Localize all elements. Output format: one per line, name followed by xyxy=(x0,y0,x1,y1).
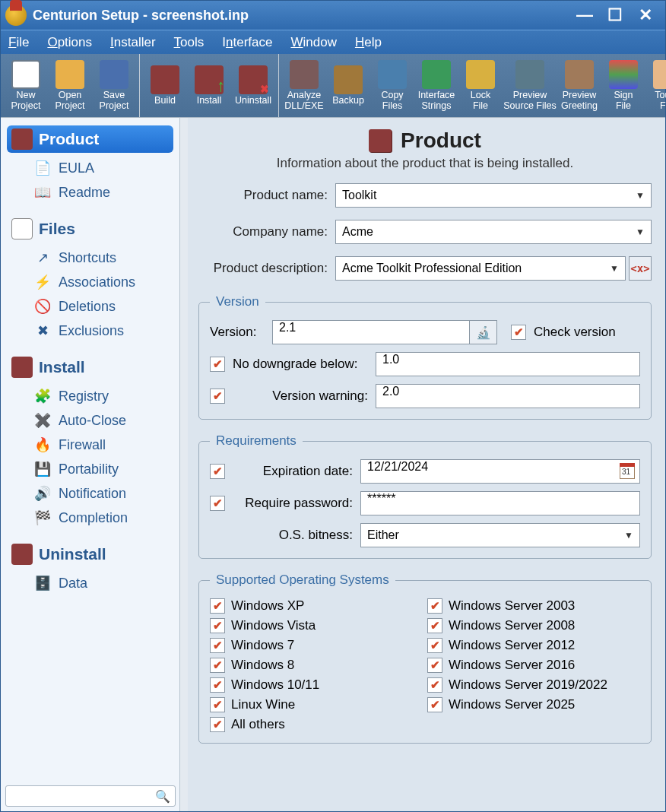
backup-button[interactable]: Backup xyxy=(326,54,370,117)
version-input[interactable]: 2.1 xyxy=(272,320,470,344)
sidebar-item-shortcuts[interactable]: ↗Shortcuts xyxy=(7,246,173,270)
sidebar-section-product[interactable]: Product xyxy=(7,125,173,153)
os-all-others[interactable]: All others xyxy=(210,717,423,732)
notification-icon: 🔊 xyxy=(34,485,51,502)
os-server-2025[interactable]: Windows Server 2025 xyxy=(427,697,640,712)
sidebar-item-eula[interactable]: 📄EULA xyxy=(7,156,173,180)
maximize-button[interactable]: ☐ xyxy=(600,5,630,26)
lock-file-button[interactable]: Lock File xyxy=(458,54,503,117)
open-project-button[interactable]: Open Project xyxy=(48,54,92,117)
os-s2025-checkbox[interactable] xyxy=(427,697,442,712)
menu-help[interactable]: Help xyxy=(355,35,382,50)
os-w8-checkbox[interactable] xyxy=(210,658,225,673)
sidebar-item-exclusions[interactable]: ✖Exclusions xyxy=(7,319,173,343)
close-button[interactable]: ✕ xyxy=(630,5,661,26)
new-project-button[interactable]: New Project xyxy=(4,54,48,117)
minimize-button[interactable]: — xyxy=(569,5,600,26)
version-warning-checkbox[interactable] xyxy=(210,389,225,404)
sidebar-section-uninstall[interactable]: Uninstall xyxy=(7,541,173,568)
portability-icon: 💾 xyxy=(34,461,51,477)
os-w7-checkbox[interactable] xyxy=(210,638,225,653)
menu-bar: File Options Installer Tools Interface W… xyxy=(1,30,665,54)
install-button[interactable]: Install xyxy=(187,54,231,117)
password-label: Require password: xyxy=(233,496,353,511)
menu-file[interactable]: File xyxy=(8,35,29,50)
description-vars-button[interactable]: <x> xyxy=(629,256,652,281)
expiration-checkbox[interactable] xyxy=(210,464,225,479)
sidebar-item-firewall[interactable]: 🔥Firewall xyxy=(7,433,173,457)
product-description-select[interactable]: Acme Toolkit Professional Edition xyxy=(335,256,626,281)
os-server-2003[interactable]: Windows Server 2003 xyxy=(427,598,640,614)
os-windows-7[interactable]: Windows 7 xyxy=(210,638,423,653)
os-s2016-checkbox[interactable] xyxy=(427,658,442,673)
os-windows-8[interactable]: Windows 8 xyxy=(210,658,423,673)
sidebar-item-autoclose[interactable]: ✖️Auto-Close xyxy=(7,408,173,433)
scroll-track[interactable] xyxy=(180,118,188,811)
sign-file-button[interactable]: Sign File xyxy=(601,54,645,117)
preview-greeting-button[interactable]: Preview Greeting xyxy=(557,54,601,117)
menu-options[interactable]: Options xyxy=(47,35,92,50)
no-downgrade-input[interactable]: 1.0 xyxy=(376,352,640,376)
uninstall-button[interactable]: Uninstall xyxy=(231,54,275,117)
menu-installer[interactable]: Installer xyxy=(110,35,156,50)
os-server-2019[interactable]: Windows Server 2019/2022 xyxy=(427,677,640,693)
interface-strings-icon xyxy=(422,60,451,89)
build-button[interactable]: Build xyxy=(143,54,187,117)
uninstall-section-icon xyxy=(11,544,33,565)
menu-window[interactable]: Window xyxy=(290,35,336,50)
os-wine-checkbox[interactable] xyxy=(210,697,225,712)
sidebar-section-files[interactable]: Files xyxy=(7,215,173,243)
title-bar[interactable]: Centurion Setup - screenshot.inp — ☐ ✕ xyxy=(1,1,665,30)
os-windows-vista[interactable]: Windows Vista xyxy=(210,618,423,633)
completion-icon: 🏁 xyxy=(34,509,51,526)
product-name-select[interactable]: Toolkit xyxy=(335,183,652,208)
os-other-checkbox[interactable] xyxy=(210,717,225,732)
os-s2003-checkbox[interactable] xyxy=(427,598,442,614)
sidebar-item-completion[interactable]: 🏁Completion xyxy=(7,506,173,530)
touch-file-button[interactable]: Touch File xyxy=(645,54,666,117)
interface-strings-button[interactable]: Interface Strings xyxy=(414,54,458,117)
data-icon: 🗄️ xyxy=(34,575,51,592)
os-windows-xp[interactable]: Windows XP xyxy=(210,598,423,614)
copy-files-button[interactable]: Copy Files xyxy=(370,54,414,117)
sidebar-item-associations[interactable]: ⚡Associations xyxy=(7,270,173,294)
sidebar-item-deletions[interactable]: 🚫Deletions xyxy=(7,294,173,319)
preview-source-button[interactable]: Preview Source Files xyxy=(503,54,557,117)
os-server-2016[interactable]: Windows Server 2016 xyxy=(427,658,640,673)
sidebar-item-notification[interactable]: 🔊Notification xyxy=(7,481,173,506)
sidebar-item-portability[interactable]: 💾Portability xyxy=(7,457,173,481)
menu-interface[interactable]: Interface xyxy=(222,35,272,50)
expiration-input[interactable]: 12/21/2024 xyxy=(360,459,640,484)
sidebar-search[interactable]: 🔍 xyxy=(5,785,176,807)
os-windows-1011[interactable]: Windows 10/11 xyxy=(210,677,423,693)
menu-tools[interactable]: Tools xyxy=(174,35,205,50)
os-linux-wine[interactable]: Linux Wine xyxy=(210,697,423,712)
sidebar-section-install[interactable]: Install xyxy=(7,354,173,381)
analyze-button[interactable]: Analyze DLL/EXE xyxy=(282,54,326,117)
bitness-select[interactable]: Either xyxy=(360,523,640,547)
sidebar-item-registry[interactable]: 🧩Registry xyxy=(7,384,173,408)
sidebar-item-data[interactable]: 🗄️Data xyxy=(7,571,173,595)
os-s2019-checkbox[interactable] xyxy=(427,677,442,693)
version-picker-button[interactable]: 🔬 xyxy=(470,320,497,344)
backup-icon xyxy=(334,65,363,94)
no-downgrade-checkbox[interactable] xyxy=(210,357,225,372)
os-s2012-checkbox[interactable] xyxy=(427,638,442,653)
page-product-icon xyxy=(369,129,392,152)
os-xp-checkbox[interactable] xyxy=(210,598,225,614)
os-s2008-checkbox[interactable] xyxy=(427,618,442,633)
calendar-icon[interactable] xyxy=(620,464,635,479)
os-vista-checkbox[interactable] xyxy=(210,618,225,633)
version-warning-label: Version warning: xyxy=(233,389,368,404)
password-checkbox[interactable] xyxy=(210,496,225,511)
check-version-checkbox[interactable] xyxy=(511,325,526,340)
os-server-2008[interactable]: Windows Server 2008 xyxy=(427,618,640,633)
password-input[interactable]: ****** xyxy=(360,491,640,515)
version-warning-input[interactable]: 2.0 xyxy=(376,384,640,408)
company-name-select[interactable]: Acme xyxy=(335,220,652,244)
os-w1011-checkbox[interactable] xyxy=(210,677,225,693)
os-server-2012[interactable]: Windows Server 2012 xyxy=(427,638,640,653)
save-project-button[interactable]: Save Project xyxy=(92,54,136,117)
sidebar-item-readme[interactable]: 📖Readme xyxy=(7,180,173,205)
lock-file-icon xyxy=(466,60,495,89)
